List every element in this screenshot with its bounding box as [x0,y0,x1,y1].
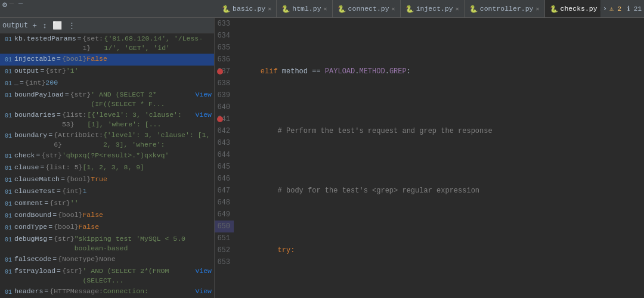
var-type-icon-7: 01 [5,152,12,162]
tab-label-html-py: html.py [292,5,321,13]
tab-icon-controller-py: 🐍 [469,5,478,13]
variables-panel-title: output [2,21,28,30]
sort-btn[interactable]: ↕ [41,20,49,31]
line-num-653: 653 [215,256,234,268]
line-num-643: 643 [215,137,234,149]
tab-controller-py[interactable]: 🐍 controller.py ✕ [465,0,545,17]
editor-area: 633 634 635 636 637 638 639 640 641 [215,18,644,298]
tab-icon-connect-py: 🐍 [338,5,346,13]
var-row-boundaries[interactable]: 01 boundaries = {list: 53} [{'level': 3,… [0,110,214,130]
line-num-634: 634 [215,30,234,42]
line-num-642: 642 [215,125,234,137]
tab-basic-py[interactable]: 🐍 basic.py ✕ [217,0,277,17]
var-type-icon-5: 01 [5,111,12,121]
close-inject-py[interactable]: ✕ [456,5,459,13]
variables-panel-header: output + ↕ ⬜ ⋮ [0,18,214,33]
var-type-icon-10: 01 [5,188,12,197]
line-num-640: 640 [215,101,234,113]
var-type-icon-15: 01 [5,256,12,265]
line-num-644: 644 [215,149,234,161]
view-link-boundaries[interactable]: View [195,110,212,120]
line-num-641: 641 [215,113,234,125]
tab-scroll-right[interactable]: › [600,4,610,13]
var-row-boundary[interactable]: 01 boundary = {AttribDict: 6} {'level': … [0,130,214,150]
variables-panel: output + ↕ ⬜ ⋮ 01 kb.testedParams = {set… [0,18,215,298]
close-connect-py[interactable]: ✕ [392,5,395,13]
var-row-comment[interactable]: 01 comment = {str} '' [0,198,214,210]
var-row-condbound[interactable]: 01 condBound = {bool} False [0,210,214,222]
close-controller-py[interactable]: ✕ [536,5,540,13]
var-row-clausematch[interactable]: 01 clauseMatch = {bool} True [0,174,214,186]
code-line-634: # Perform the test's request and grep th… [243,125,644,137]
code-line-636: try: [243,244,644,256]
settings-icon[interactable]: ⚙ [2,0,7,18]
more-options-btn[interactable]: ⋮ [66,20,78,31]
var-type-icon-8: 01 [5,164,12,173]
var-row-headers[interactable]: 01 headers = {HTTPMessage: 9} Connection… [0,286,214,298]
app-root: ⚙ — — 🐍 basic.py ✕ 🐍 html.py ✕ 🐍 connect… [0,0,644,298]
var-type-icon-1: 01 [5,55,12,65]
var-type-icon-11: 01 [5,200,12,209]
var-row-debugmsg[interactable]: 01 debugMsg = {str} "skipping test 'MySQ… [0,234,214,254]
var-type-icon-0: 01 [5,35,12,45]
var-type-icon-14: 01 [5,235,12,245]
tab-icon-checks-py: 🐍 [550,5,558,13]
tab-checks-py[interactable]: 🐍 checks.py ✕ [545,0,600,17]
info-indicator: ℹ 21 [627,5,642,13]
close-basic-py[interactable]: ✕ [268,5,271,13]
tab-label-inject-py: inject.py [416,5,453,13]
code-content: elif method == PAYLOAD.METHOD.GREP: # Pe… [239,18,644,298]
line-numbers: 633 634 635 636 637 638 639 640 641 [215,18,239,298]
view-link-headers[interactable]: View [195,287,212,296]
line-num-652: 652 [215,244,234,256]
tab-icon-inject-py: 🐍 [405,5,414,13]
tabs-container: 🐍 basic.py ✕ 🐍 html.py ✕ 🐍 connect.py ✕ … [217,0,600,17]
line-num-647: 647 [215,185,234,197]
var-row-clausetest[interactable]: 01 clauseTest = {int} 1 [0,186,214,198]
line-num-648: 648 [215,197,234,209]
variables-list: 01 kb.testedParams = {set: 1} {'81.68.12… [0,33,214,298]
var-row-kb-testedparams[interactable]: 01 kb.testedParams = {set: 1} {'81.68.12… [0,33,214,54]
line-num-636: 636 [215,54,234,66]
line-num-646: 646 [215,173,234,185]
var-row-fstpayload[interactable]: 01 fstPayload = {str} ' AND (SELECT 2*(F… [0,266,214,286]
tab-label-basic-py: basic.py [233,5,265,13]
var-row-falsecode[interactable]: 01 falseCode = {NoneType} None [0,254,214,266]
tab-icon-basic-py: 🐍 [222,5,230,13]
breakpoint-637 [217,69,223,74]
var-type-icon-9: 01 [5,176,12,185]
tab-html-py[interactable]: 🐍 html.py ✕ [277,0,332,17]
var-row-clause[interactable]: 01 clause = {list: 5} [1, 2, 3, 8, 9] [0,162,214,174]
var-row-condtype[interactable]: 01 condType = {bool} False [0,222,214,234]
var-row-boundpayload[interactable]: 01 boundPayload = {str} ' AND (SELECT 2*… [0,89,214,110]
breakpoint-641 [217,116,223,122]
var-row-injectable-1[interactable]: 01 injectable = {bool} False [0,54,214,66]
var-row-output[interactable]: 01 output = {str} '1' [0,66,214,77]
tab-label-connect-py: connect.py [348,5,389,13]
line-num-650: 650 [215,221,234,232]
var-type-icon-17: 01 [5,288,12,297]
tab-label-checks-py: checks.py [561,5,597,13]
var-type-icon-13: 01 [5,224,12,233]
close-html-py[interactable]: ✕ [324,5,327,13]
var-row-underscore[interactable]: 01 _ = {int} 200 [0,77,214,89]
tab-label-controller-py: controller.py [480,5,534,13]
expand-btn[interactable]: ⬜ [51,20,64,31]
warnings-indicator: ⚠ 2 [609,5,621,13]
line-num-639: 639 [215,89,234,101]
tab-inject-py[interactable]: 🐍 inject.py ✕ [401,0,465,17]
var-type-icon-6: 01 [5,132,12,141]
view-link-fstpayload[interactable]: View [195,266,212,276]
var-type-icon-12: 01 [5,212,12,221]
tab-bar: ⚙ — — 🐍 basic.py ✕ 🐍 html.py ✕ 🐍 connect… [0,0,644,18]
line-num-637: 637 [215,66,234,77]
add-watch-btn[interactable]: + [30,20,39,31]
minimize-icon[interactable]: — [18,0,23,18]
editor-panel: 633 634 635 636 637 638 639 640 641 [215,18,644,298]
line-num-645: 645 [215,161,234,173]
line-num-638: 638 [215,77,234,89]
view-link-boundpayload[interactable]: View [195,90,212,100]
tab-connect-py[interactable]: 🐍 connect.py ✕ [333,0,401,17]
var-type-icon-4: 01 [5,91,12,101]
var-row-check[interactable]: 01 check = {str} 'qbpxq(?P<result>.*)qxk… [0,150,214,162]
